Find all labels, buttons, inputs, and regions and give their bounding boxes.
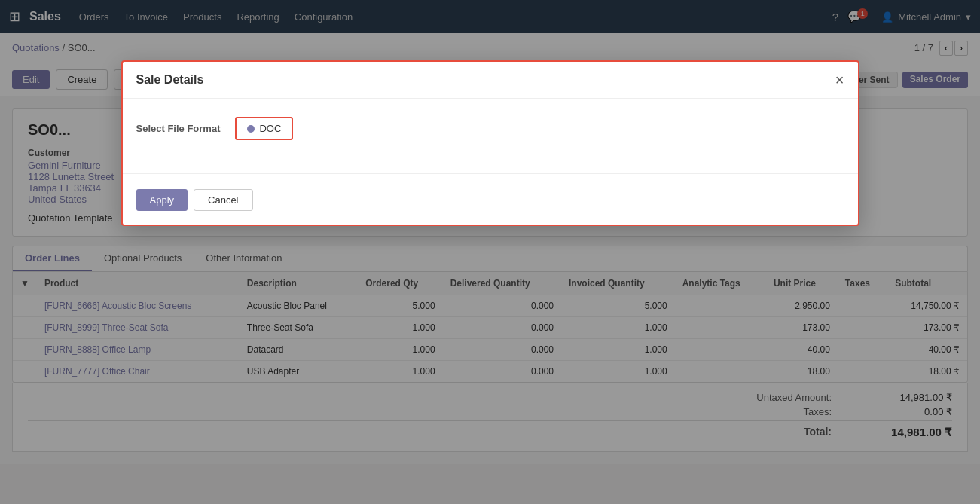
file-format-row: Select File Format DOC bbox=[136, 117, 844, 140]
modal-title: Sale Details bbox=[136, 73, 204, 87]
modal-overlay: Sale Details × Select File Format DOC Ap… bbox=[0, 0, 980, 464]
cancel-button[interactable]: Cancel bbox=[194, 189, 252, 211]
modal-body: Select File Format DOC bbox=[123, 99, 858, 158]
modal-divider bbox=[123, 173, 858, 174]
file-format-label: Select File Format bbox=[136, 123, 221, 134]
doc-option-label: DOC bbox=[259, 123, 281, 134]
modal-header: Sale Details × bbox=[123, 62, 858, 99]
apply-button[interactable]: Apply bbox=[136, 189, 188, 211]
modal-close-button[interactable]: × bbox=[835, 72, 844, 87]
doc-radio-option[interactable]: DOC bbox=[235, 117, 293, 140]
sale-details-modal: Sale Details × Select File Format DOC Ap… bbox=[121, 60, 859, 226]
radio-dot-doc bbox=[247, 125, 255, 133]
modal-footer: Apply Cancel bbox=[123, 189, 858, 225]
